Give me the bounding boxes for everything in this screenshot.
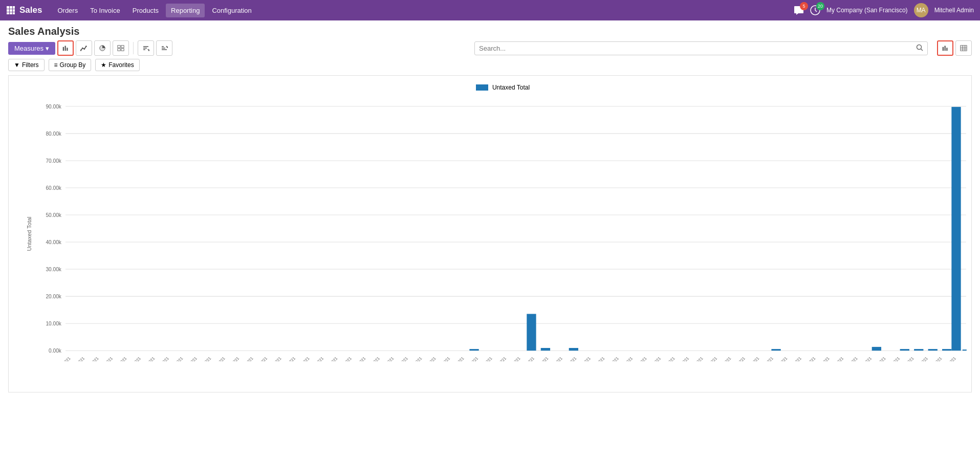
bar-59 (914, 349, 923, 351)
svg-rect-19 (121, 46, 124, 48)
bar-32 (527, 314, 536, 351)
svg-rect-3 (7, 9, 9, 12)
svg-point-14 (82, 48, 83, 49)
legend-color-untaxed (476, 84, 488, 91)
favorites-label: Favorites (108, 61, 134, 69)
y-axis-label: Untaxed Total (26, 216, 32, 251)
activities-badge: 20 (816, 2, 824, 10)
svg-rect-2 (13, 6, 15, 9)
measures-button[interactable]: Measures ▾ (8, 42, 55, 55)
bar-33 (541, 348, 550, 351)
bar-28 (469, 349, 478, 351)
main-menu: Orders To Invoice Products Reporting Con… (52, 4, 256, 17)
pie-chart-button[interactable] (94, 40, 111, 56)
favorites-icon: ★ (101, 61, 106, 69)
favorites-button[interactable]: ★ Favorites (95, 59, 139, 71)
filters-label: Filters (22, 61, 39, 69)
bar-chart-button[interactable] (57, 40, 74, 56)
chart-svg: 0.00k 10.00k 20.00k 30.00k 40.00k 50.00k… (34, 95, 971, 361)
search-bar (474, 41, 928, 55)
menu-products[interactable]: Products (127, 4, 164, 17)
measures-label: Measures (14, 45, 43, 52)
groupby-button[interactable]: ≡ Group By (49, 59, 92, 71)
chart-legend: Untaxed Total (34, 84, 971, 91)
page-header: Sales Analysis (0, 20, 980, 40)
svg-rect-18 (118, 46, 120, 48)
svg-text:80.00k: 80.00k (46, 131, 61, 137)
svg-rect-11 (65, 46, 66, 51)
svg-text:90.00k: 90.00k (46, 104, 61, 110)
svg-text:50.00k: 50.00k (46, 212, 61, 218)
apps-menu-icon[interactable] (6, 6, 15, 15)
pivot-button[interactable] (113, 40, 129, 56)
groupby-icon: ≡ (54, 61, 58, 69)
company-name[interactable]: My Company (San Francisco) (826, 7, 908, 14)
menu-configuration[interactable]: Configuration (207, 4, 256, 17)
menu-orders[interactable]: Orders (52, 4, 83, 17)
menu-to-invoice[interactable]: To Invoice (85, 4, 125, 17)
svg-rect-33 (961, 46, 967, 51)
svg-text:08 Jul 2021: 08 Jul 2021 (53, 356, 72, 361)
bar-61 (942, 349, 951, 351)
right-view-buttons (937, 40, 972, 56)
svg-text:60.00k: 60.00k (46, 185, 61, 191)
svg-text:30.00k: 30.00k (46, 267, 61, 272)
svg-line-29 (921, 49, 923, 51)
svg-rect-32 (946, 48, 947, 51)
chart-area: Untaxed Total Untaxed Total 0.00k 10.00k… (8, 75, 972, 392)
svg-rect-0 (7, 6, 9, 9)
brand-name[interactable]: Sales (19, 5, 42, 15)
svg-point-28 (917, 45, 922, 49)
right-bar-chart-button[interactable] (937, 40, 953, 56)
filters-button[interactable]: ▼ Filters (8, 59, 45, 71)
svg-point-16 (85, 46, 87, 47)
top-navigation: Sales Orders To Invoice Products Reporti… (0, 0, 980, 20)
line-chart-button[interactable] (76, 40, 92, 56)
filter-icon: ▼ (14, 61, 20, 69)
svg-rect-21 (121, 49, 124, 51)
messages-icon[interactable]: 5 (794, 5, 804, 15)
groupby-label: Group By (60, 61, 86, 69)
svg-rect-10 (63, 47, 64, 51)
svg-rect-6 (7, 12, 9, 14)
search-input[interactable] (479, 45, 916, 52)
nav-right: 5 20 My Company (San Francisco) MA Mitch… (794, 3, 974, 17)
left-toolbar: Measures ▾ (8, 40, 172, 56)
svg-text:20.00k: 20.00k (46, 294, 61, 299)
page-title: Sales Analysis (8, 26, 79, 37)
user-avatar[interactable]: MA (914, 3, 928, 17)
svg-text:10.00k: 10.00k (46, 321, 61, 326)
right-table-button[interactable] (955, 40, 972, 56)
bar-35 (569, 348, 578, 351)
sort-desc-button[interactable] (156, 40, 172, 56)
user-name[interactable]: Mitchell Admin (934, 7, 974, 14)
bar-63 (963, 349, 967, 351)
bar-58 (900, 349, 909, 351)
svg-rect-12 (67, 48, 68, 51)
messages-badge: 5 (800, 2, 808, 10)
nav-left: Sales Orders To Invoice Products Reporti… (6, 4, 257, 17)
toolbar-row: Measures ▾ (0, 40, 980, 59)
svg-rect-8 (13, 12, 15, 14)
bar-60 (928, 349, 938, 351)
svg-rect-7 (10, 12, 12, 14)
svg-rect-1 (10, 6, 12, 9)
svg-text:40.00k: 40.00k (46, 239, 61, 245)
menu-reporting[interactable]: Reporting (166, 4, 205, 17)
svg-rect-20 (118, 49, 120, 51)
svg-text:70.00k: 70.00k (46, 158, 61, 164)
activities-icon[interactable]: 20 (810, 5, 820, 15)
sort-asc-button[interactable] (138, 40, 154, 56)
bar-49 (771, 349, 780, 351)
svg-point-15 (84, 48, 85, 50)
bar-62 (951, 107, 961, 351)
search-icon[interactable] (916, 44, 923, 53)
bar-56 (872, 347, 881, 351)
toolbar-separator (133, 42, 134, 54)
measures-caret: ▾ (46, 45, 49, 52)
svg-rect-4 (10, 9, 12, 12)
svg-rect-5 (13, 9, 15, 12)
svg-rect-31 (945, 46, 946, 51)
legend-label-untaxed: Untaxed Total (492, 84, 530, 91)
svg-rect-30 (943, 47, 944, 51)
